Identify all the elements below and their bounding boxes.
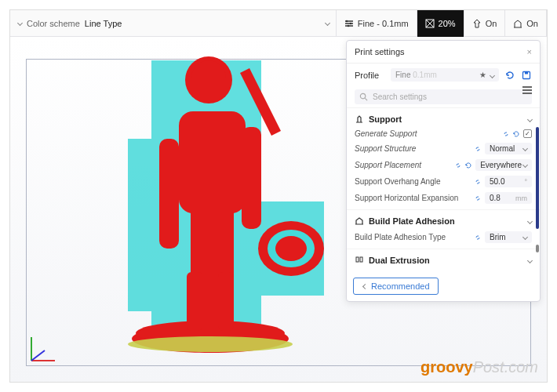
chevron-down-icon <box>527 218 533 223</box>
chevron-down-icon[interactable] <box>17 20 23 26</box>
horizontal-expansion-row: Support Horizontal Expansion 0.8mm <box>355 190 532 206</box>
setting-label: Support Structure <box>355 144 471 153</box>
adhesion-tool[interactable]: On <box>505 10 547 37</box>
overhang-angle-input[interactable]: 50.0° <box>485 176 532 187</box>
panel-title: Print settings <box>355 47 405 56</box>
close-icon[interactable]: × <box>527 47 532 56</box>
axes-icon <box>27 333 59 365</box>
quality-label: Fine - 0.1mm <box>358 19 409 28</box>
model-preview <box>104 37 340 358</box>
svg-point-2 <box>347 24 349 27</box>
profile-label: Profile <box>355 71 386 80</box>
svg-rect-21 <box>218 272 234 331</box>
color-scheme-label: Color scheme <box>27 19 80 28</box>
support-structure-select[interactable]: Normal <box>485 143 532 154</box>
svg-point-22 <box>128 336 293 352</box>
svg-point-0 <box>345 20 348 22</box>
adhesion-type-select[interactable]: Brim <box>485 231 532 243</box>
generate-support-checkbox[interactable]: ✓ <box>523 129 532 138</box>
dual-extrusion-section: Dual Extrusion <box>347 249 540 271</box>
search-placeholder: Search settings <box>373 93 427 101</box>
svg-rect-13 <box>179 111 246 213</box>
horizontal-expansion-input[interactable]: 0.8mm <box>485 192 532 204</box>
setting-label: Support Placement <box>355 161 451 169</box>
scroll-indicator[interactable] <box>536 245 539 252</box>
reset-icon[interactable] <box>512 130 520 138</box>
star-icon: ★ <box>479 71 494 79</box>
support-tool[interactable]: On <box>464 10 506 37</box>
section-header-support[interactable]: Support <box>355 111 532 127</box>
adhesion-label: On <box>526 19 538 28</box>
svg-line-26 <box>365 98 367 100</box>
infill-label: 20% <box>439 19 456 28</box>
link-icon[interactable] <box>474 145 482 153</box>
overhang-angle-row: Support Overhang Angle 50.0° <box>355 173 532 190</box>
infill-icon <box>425 19 435 28</box>
setting-label: Support Overhang Angle <box>355 177 471 186</box>
svg-rect-20 <box>187 272 202 331</box>
chevron-down-icon <box>527 116 533 122</box>
section-header-dual[interactable]: Dual Extrusion <box>355 252 532 268</box>
save-icon[interactable] <box>520 69 532 81</box>
print-settings-panel: Print settings × Profile Fine 0.1mm ★ Se… <box>346 40 541 302</box>
setting-label: Build Plate Adhesion Type <box>355 233 471 241</box>
link-icon[interactable] <box>474 234 482 241</box>
color-scheme-value[interactable]: Line Type <box>85 19 122 28</box>
scrollbar[interactable] <box>536 127 539 229</box>
chevron-down-icon <box>527 257 533 263</box>
app-frame: Color scheme Line Type Fine - 0.1mm 20% … <box>9 9 548 383</box>
adhesion-icon <box>513 19 522 28</box>
svg-rect-27 <box>356 257 359 262</box>
watermark: groovyPost.com <box>420 358 538 376</box>
support-placement-row: Support Placement Everywhere <box>355 157 532 173</box>
support-structure-row: Support Structure Normal <box>355 140 532 157</box>
chevron-down-icon[interactable] <box>325 20 330 26</box>
sliders-icon <box>344 19 354 28</box>
svg-rect-9 <box>128 139 159 311</box>
svg-point-1 <box>349 22 351 24</box>
reset-icon[interactable] <box>504 69 515 81</box>
topbar-left: Color scheme Line Type <box>10 19 336 28</box>
dual-extrusion-icon <box>355 256 364 265</box>
link-icon[interactable] <box>454 162 462 169</box>
svg-rect-15 <box>159 139 179 249</box>
profile-row: Profile Fine 0.1mm ★ <box>347 64 540 86</box>
svg-rect-16 <box>242 127 261 229</box>
support-section: Support Generate Support ✓ Support Struc… <box>347 107 540 209</box>
recommended-button[interactable]: Recommended <box>353 278 439 295</box>
svg-point-25 <box>360 93 365 98</box>
quality-tool[interactable]: Fine - 0.1mm <box>337 10 417 37</box>
reset-icon[interactable] <box>464 162 472 169</box>
adhesion-section-icon <box>355 216 364 226</box>
support-icon <box>472 19 482 28</box>
adhesion-type-row: Build Plate Adhesion Type Brim <box>355 229 532 245</box>
profile-select[interactable]: Fine 0.1mm ★ <box>391 68 499 82</box>
menu-icon[interactable] <box>522 86 532 94</box>
adhesion-section: Build Plate Adhesion Build Plate Adhesio… <box>347 209 540 249</box>
panel-header: Print settings × <box>347 41 540 64</box>
infill-tool[interactable]: 20% <box>417 10 464 37</box>
generate-support-row: Generate Support ✓ <box>355 127 532 140</box>
setting-label: Support Horizontal Expansion <box>355 194 471 202</box>
support-section-icon <box>355 114 364 124</box>
search-icon <box>359 93 368 101</box>
link-icon[interactable] <box>502 130 510 138</box>
svg-point-19 <box>275 236 307 261</box>
chevron-left-icon <box>362 283 368 289</box>
link-icon[interactable] <box>474 178 482 186</box>
support-label: On <box>486 19 497 28</box>
support-placement-select[interactable]: Everywhere <box>475 159 532 171</box>
setting-label: Generate Support <box>355 129 499 138</box>
svg-line-6 <box>31 350 45 361</box>
svg-rect-28 <box>360 257 362 262</box>
search-input[interactable]: Search settings <box>355 89 532 104</box>
link-icon[interactable] <box>474 194 482 202</box>
svg-rect-24 <box>525 71 528 74</box>
topbar: Color scheme Line Type Fine - 0.1mm 20% … <box>10 10 547 37</box>
section-header-adhesion[interactable]: Build Plate Adhesion <box>355 213 532 229</box>
toolbar: Fine - 0.1mm 20% On On <box>336 10 547 37</box>
